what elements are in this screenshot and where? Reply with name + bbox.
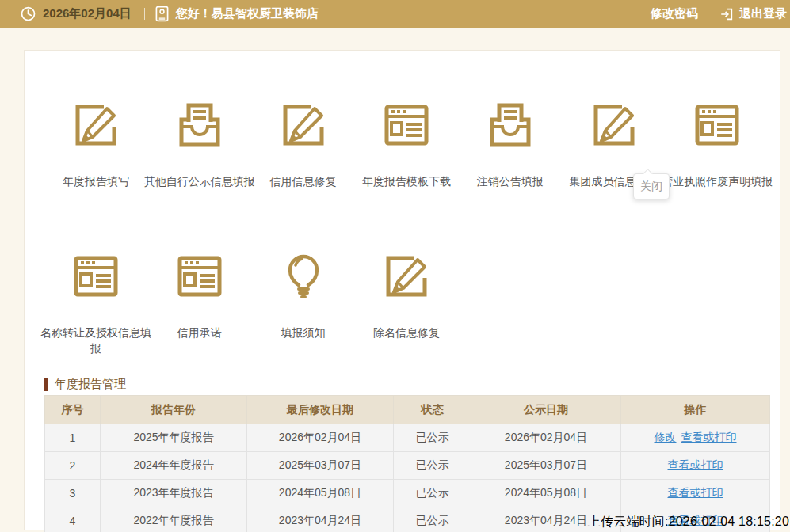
edit-icon xyxy=(586,97,643,154)
upload-timestamp: 上传云端时间:2026-02-04 18:15:20 xyxy=(588,514,789,530)
shortcut-item[interactable]: 年度报告填写 xyxy=(44,97,148,189)
action-link[interactable]: 查看或打印 xyxy=(668,486,723,499)
report-section-header: 年度报告管理 xyxy=(44,377,780,392)
shortcut-label: 填报须知 xyxy=(245,325,361,340)
template-icon xyxy=(67,248,124,305)
cell-modified: 2025年03月07日 xyxy=(247,452,394,480)
cell-no: 3 xyxy=(45,480,101,507)
action-link[interactable]: 查看或打印 xyxy=(681,431,737,443)
shortcut-item[interactable]: 注销公告填报 xyxy=(459,97,563,189)
cell-actions: 修改查看或打印 xyxy=(621,424,770,452)
shortcut-label: 年度报告填写 xyxy=(38,173,154,189)
cell-publish: 2024年05月08日 xyxy=(471,480,621,507)
shortcut-label: 名称转让及授权信息填报 xyxy=(38,325,154,356)
cell-status: 已公示 xyxy=(394,507,471,532)
table-row: 2 2024年年度报告 2025年03月07日 已公示 2025年03月07日 … xyxy=(45,452,770,480)
user-greeting: 您好！易县智权厨卫装饰店 xyxy=(176,6,319,21)
template-icon xyxy=(378,97,435,154)
shortcut-label: 信用承诺 xyxy=(142,325,258,340)
clock-icon xyxy=(21,6,36,21)
cell-no: 2 xyxy=(45,452,101,480)
cell-no: 1 xyxy=(45,424,101,452)
logout-link[interactable]: 退出登录 xyxy=(739,6,787,21)
cell-modified: 2024年05月08日 xyxy=(247,480,394,507)
shortcut-row-2: 名称转让及授权信息填报 信用承诺 填报须知 除名信息修复 xyxy=(44,248,780,356)
main-panel: 年度报告填写 其他自行公示信息填报 信用信息修复 年度报告模板下载 注销公告填报… xyxy=(24,50,780,530)
cell-status: 已公示 xyxy=(394,480,471,507)
cell-no: 4 xyxy=(45,507,101,532)
table-row: 1 2025年年度报告 2026年02月04日 已公示 2026年02月04日 … xyxy=(45,424,770,452)
shortcut-item[interactable]: 填报须知 xyxy=(251,248,355,356)
cell-publish: 2026年02月04日 xyxy=(471,424,621,452)
edit-icon xyxy=(67,97,124,154)
cell-year: 2024年年度报告 xyxy=(101,452,247,480)
shortcut-item[interactable]: 年度报告模板下载 xyxy=(355,97,459,189)
cell-actions: 查看或打印 xyxy=(621,480,770,507)
cell-publish: 2025年03月07日 xyxy=(471,452,621,480)
edit-icon xyxy=(378,248,435,305)
tooltip-text: 关闭 xyxy=(640,180,662,194)
inbox-icon xyxy=(482,97,539,154)
cell-year: 2025年年度报告 xyxy=(101,424,247,452)
user-badge-icon xyxy=(155,6,169,22)
table-header-row: 序号报告年份最后修改日期状态公示日期操作 xyxy=(45,396,770,424)
template-icon xyxy=(689,97,746,154)
cell-year: 2022年年度报告 xyxy=(101,507,247,532)
bulb-icon xyxy=(275,248,332,305)
current-date: 2026年02月04日 xyxy=(43,6,132,21)
cell-modified: 2023年04月24日 xyxy=(247,507,394,532)
shortcut-label: 注销公告填报 xyxy=(452,173,568,189)
column-header: 最后修改日期 xyxy=(247,396,394,424)
template-icon xyxy=(171,248,228,305)
topbar-divider xyxy=(144,8,145,20)
shortcut-label: 信用信息修复 xyxy=(245,173,361,189)
action-link[interactable]: 修改 xyxy=(655,431,677,443)
column-header: 报告年份 xyxy=(101,396,247,424)
cell-status: 已公示 xyxy=(394,452,471,480)
close-tooltip[interactable]: 关闭 xyxy=(633,173,670,200)
shortcut-item[interactable]: 信用信息修复 xyxy=(251,97,355,189)
logout-button[interactable]: 退出登录 xyxy=(719,6,787,21)
shortcut-label: 年度报告模板下载 xyxy=(349,173,464,189)
column-header: 序号 xyxy=(45,396,101,424)
column-header: 操作 xyxy=(621,396,770,424)
shortcut-label: 营业执照作废声明填报 xyxy=(659,173,775,189)
cell-year: 2023年年度报告 xyxy=(101,480,247,507)
annual-report-table: 序号报告年份最后修改日期状态公示日期操作 1 2025年年度报告 2026年02… xyxy=(44,395,770,532)
cell-modified: 2026年02月04日 xyxy=(247,424,394,452)
cell-actions: 查看或打印 xyxy=(621,452,770,480)
logout-icon xyxy=(719,7,734,21)
top-bar: 2026年02月04日 您好！易县智权厨卫装饰店 修改密码 退出登录 xyxy=(0,0,790,28)
shortcut-item[interactable]: 其他自行公示信息填报 xyxy=(148,97,252,189)
section-marker xyxy=(44,378,48,391)
edit-icon xyxy=(275,97,332,154)
section-title: 年度报告管理 xyxy=(55,377,126,392)
inbox-icon xyxy=(171,97,228,154)
shortcut-label: 除名信息修复 xyxy=(349,325,464,340)
column-header: 状态 xyxy=(394,396,471,424)
table-row: 3 2023年年度报告 2024年05月08日 已公示 2024年05月08日 … xyxy=(45,480,770,507)
column-header: 公示日期 xyxy=(471,396,621,424)
shortcut-item[interactable]: 除名信息修复 xyxy=(355,248,459,356)
change-password-link[interactable]: 修改密码 xyxy=(651,6,698,21)
action-link[interactable]: 查看或打印 xyxy=(668,458,723,471)
shortcut-label: 其他自行公示信息填报 xyxy=(142,173,258,189)
cell-status: 已公示 xyxy=(394,424,471,452)
shortcut-item[interactable]: 名称转让及授权信息填报 xyxy=(44,248,148,356)
shortcut-item[interactable]: 营业执照作废声明填报 xyxy=(666,97,769,189)
shortcut-item[interactable]: 信用承诺 xyxy=(148,248,252,356)
